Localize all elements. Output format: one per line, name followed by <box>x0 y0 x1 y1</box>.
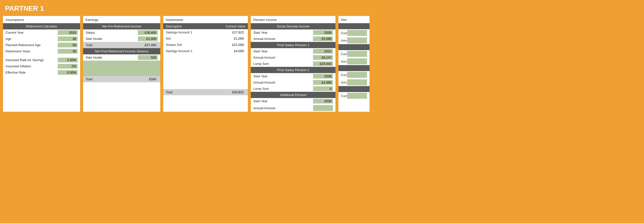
partial-ann-val-2 <box>347 58 367 64</box>
side-hustle-pre-value: £1,000 <box>138 36 158 41</box>
side-hustle-pre-label: Side Hustle <box>86 37 138 41</box>
side-hustle-post-value: 500 <box>138 55 158 60</box>
fs2-annual-amount-value: £4,488 <box>313 80 333 85</box>
table-row: Curr <box>338 50 370 58</box>
partial-card-title: Pen <box>338 16 370 23</box>
savings-account-1-label: Savings Account 1 <box>166 30 223 34</box>
current-year-label: Current Year <box>6 31 58 34</box>
table-row: Side Hustle £1,000 <box>83 36 160 42</box>
ap-annual-amount-value <box>313 105 333 111</box>
fs1-annual-amount-value: £8,147 <box>313 55 333 60</box>
investments-header-row: Description Current Value <box>163 23 248 29</box>
post-total-label: Total <box>86 77 138 81</box>
table-row: Age 49 <box>3 36 80 42</box>
pre-total-label: Total <box>86 43 138 47</box>
social-security-header: Social Security Income <box>251 23 336 29</box>
fs1-lump-sum-label: Lump Sum <box>253 62 313 66</box>
table-row: Start Year 2038 <box>251 98 336 104</box>
page-title: PARTNER 1 <box>5 5 639 13</box>
table-row: Ann <box>338 79 370 86</box>
table-row: Shares ISA £21,000 <box>163 42 248 48</box>
table-row: Salary £26,400 <box>83 29 160 36</box>
pre-retirement-header: Net Pre-Retirement Income <box>83 23 160 29</box>
partial-val-4 <box>347 93 367 99</box>
partial-val-3 <box>347 72 367 78</box>
savings-rate-label: Assumed Rate for Savings <box>6 58 58 62</box>
partial-curr-2: Curr <box>341 52 347 56</box>
retirement-years-label: Retirement Years <box>6 49 58 53</box>
effective-rate-value: 0.50% <box>58 70 78 75</box>
fs2-annual-amount-label: Annual Amount <box>253 81 313 84</box>
inflation-value: 2% <box>58 64 78 69</box>
earnings-title: Earnings <box>83 16 160 23</box>
table-row: Lump Sum 0 <box>251 85 336 92</box>
table-row: Annual Amount £8,147 <box>251 54 336 61</box>
post-retirement-header: Net Post-Retirement Income Streams <box>83 48 160 54</box>
assumptions-card: Assumptions Retirement Calculator Curren… <box>3 16 80 112</box>
partial-val-2 <box>347 51 367 57</box>
table-row: Start Year 2038 <box>251 29 336 36</box>
partial-curr-4: Curr <box>341 94 347 98</box>
partial-ann-val-3 <box>347 79 367 85</box>
current-value-col-header: Current Value <box>223 25 245 28</box>
table-row: Curr <box>338 71 370 79</box>
table-row: Assumed Rate for Savings 2.50% <box>3 57 80 63</box>
side-hustle-post-label: Side Hustle <box>86 56 138 59</box>
current-year-value: 2020 <box>58 30 78 35</box>
assumptions-title: Assumptions <box>3 16 80 23</box>
investments-total-value: £43,622 <box>226 90 245 94</box>
pre-total-value: £27,400 <box>138 43 158 47</box>
fs1-lump-sum-value: £24,443 <box>313 61 333 66</box>
pension-income-card: Pension Income Social Security Income St… <box>251 16 336 112</box>
table-row: Savings Account 1 £17,622 <box>163 29 248 35</box>
retirement-years-value: 30 <box>58 49 78 54</box>
savings-account-2-label: Savings Account 2 <box>166 49 223 53</box>
table-row: Current Year 2020 <box>3 29 80 36</box>
table-row: Assumed Inflation 2% <box>3 63 80 69</box>
table-row: Annual Amount £5,096 <box>251 36 336 42</box>
partial-ann-1: Ann <box>341 39 347 42</box>
post-total-row: Total £500 <box>83 76 160 82</box>
final-salary-2-header: Final Salary Pension 2 <box>251 67 336 73</box>
fs1-start-year-label: Start Year <box>253 49 313 53</box>
table-row: Start Year 2038 <box>251 73 336 79</box>
table-row: ISA £1,000 <box>163 35 248 42</box>
additional-pension-header: Additional Pension <box>251 92 336 98</box>
description-col-header: Description <box>166 25 223 28</box>
ss-annual-amount-label: Annual Amount <box>253 37 313 41</box>
table-row: Side Hustle 500 <box>83 54 160 61</box>
table-row: Start Year 2031 <box>251 48 336 54</box>
ap-start-year-label: Start Year <box>253 99 313 103</box>
partial-curr-3: Curr <box>341 73 347 77</box>
fs2-lump-sum-label: Lump Sum <box>253 87 313 90</box>
table-row: Savings Account 2 £4,000 <box>163 48 248 54</box>
partial-ann-3: Ann <box>341 81 347 84</box>
investments-total-row: Total £43,622 <box>163 89 248 95</box>
table-row: Curr <box>338 29 370 37</box>
ss-start-year-value: 2038 <box>313 30 333 35</box>
table-row: Ann <box>338 58 370 65</box>
table-row: Effective Rate 0.50% <box>3 69 80 76</box>
investments-total-label: Total <box>166 90 226 94</box>
fs1-annual-amount-label: Annual Amount <box>253 56 313 59</box>
table-row: Curr <box>338 92 370 99</box>
fs1-start-year-value: 2031 <box>313 49 333 54</box>
partial-pension-card: Pen Curr Ann Curr Ann Curr Ann <box>338 16 370 112</box>
table-row: Lump Sum £24,443 <box>251 61 336 67</box>
isa-label: ISA <box>166 37 223 40</box>
planned-retirement-age-label: Planned Retirement Age <box>6 43 58 47</box>
inflation-label: Assumed Inflation <box>6 64 58 68</box>
table-row: Ann <box>338 37 370 44</box>
shares-isa-value: £21,000 <box>223 42 245 47</box>
partial-ann-2: Ann <box>341 60 347 63</box>
header: PARTNER 1 <box>0 0 644 16</box>
table-row: Annual Amount £4,488 <box>251 79 336 85</box>
pre-total-row: Total £27,400 <box>83 42 160 48</box>
pension-income-title: Pension Income <box>251 16 336 23</box>
earnings-card: Earnings Net Pre-Retirement Income Salar… <box>83 16 160 112</box>
ap-annual-amount-label: Annual Amount <box>253 106 313 110</box>
savings-account-1-value: £17,622 <box>223 30 245 35</box>
investments-card: Investments Description Current Value Sa… <box>163 16 248 112</box>
ss-start-year-label: Start Year <box>253 31 313 34</box>
age-value: 49 <box>58 36 78 41</box>
